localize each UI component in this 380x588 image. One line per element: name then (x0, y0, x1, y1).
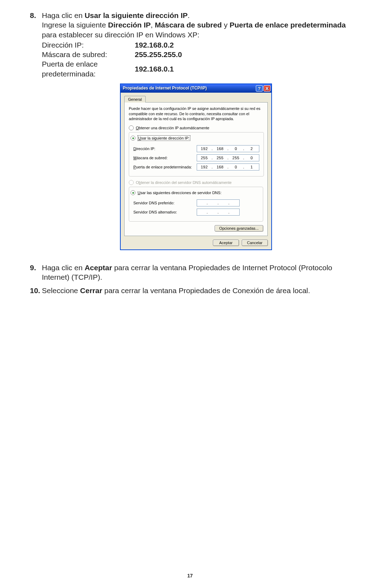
text: Haga clic en (42, 264, 84, 272)
use-ip-group: Usar la siguiente dirección IP: Direcció… (129, 132, 264, 177)
octet: 168 (213, 165, 227, 169)
text: btener una dirección IP automáticamente (139, 126, 209, 130)
radio-label: Obtener una dirección IP automáticamente (136, 125, 209, 130)
octet: 2 (245, 146, 259, 151)
text: vanzadas... (239, 226, 259, 230)
dns-preferred-input[interactable]: ... (197, 199, 240, 206)
text: . (188, 11, 190, 19)
tab-general[interactable]: General (124, 96, 146, 103)
radio-icon (129, 125, 134, 130)
dialog-description: Puede hacer que la configuración IP se a… (129, 106, 263, 121)
ip-value: 192.168.0.2 (135, 40, 182, 50)
subnet-mask-input[interactable]: 255.255.255.0 (197, 154, 259, 161)
octet: 192 (197, 165, 211, 169)
ip-settings-table: Dirección IP:192.168.0.2 Máscara de subr… (42, 40, 182, 79)
text: Haga clic en (42, 11, 84, 19)
ip-label: Dirección IP: (42, 40, 135, 50)
text: áscara de subred: (137, 156, 167, 160)
text-bold: Dirección IP (108, 21, 151, 29)
mnemonic: D (133, 147, 136, 151)
close-button[interactable]: X (264, 85, 271, 92)
dns-alt-row: Servidor DNS alternativo: ... (133, 209, 259, 216)
text-bold: Puerta de enlace predeterminada (229, 21, 346, 29)
mnemonic: U (138, 191, 140, 195)
text-bold: Cerrar (80, 286, 102, 295)
field-label: Servidor DNS preferido: (133, 200, 197, 205)
advanced-options-button[interactable]: Opciones avanzadas... (215, 225, 263, 231)
dns-alt-input[interactable]: ... (197, 209, 240, 216)
text-bold: Máscara de subred (155, 21, 222, 29)
table-row: Máscara de subred:255.255.255.0 (42, 50, 182, 59)
default-gateway-input[interactable]: 192.168.0.1 (197, 163, 259, 171)
default-gateway-row: Puerta de enlace predeterminada: 192.168… (133, 163, 259, 171)
text: para establecer su dirección IP en Windo… (42, 31, 200, 39)
dialog-title: Propiedades de Internet Protocol (TCP/IP… (123, 86, 207, 91)
use-dns-group: Usar las siguientes direcciones de servi… (129, 187, 263, 222)
help-button[interactable]: ? (256, 85, 263, 92)
text-bold: Aceptar (84, 264, 112, 272)
ip-address-row: Dirección IP: 192.168.0.2 (133, 145, 259, 152)
radio-obtain-dns-auto: Obtener la dirección del servidor DNS au… (129, 180, 263, 185)
text: sar las siguientes direcciones de servid… (140, 191, 222, 195)
text-bold: Usar la siguiente dirección IP (84, 11, 188, 19)
text: tener la dirección del servidor DNS auto… (141, 180, 232, 185)
ip-value: 192.168.0.1 (135, 59, 182, 79)
octet: 255 (197, 155, 211, 160)
cancel-button[interactable]: Cancelar (242, 240, 268, 246)
ok-button[interactable]: Aceptar (213, 240, 239, 246)
text: irección IP: (136, 147, 155, 151)
page-number: 17 (0, 572, 380, 579)
radio-use-following-dns[interactable]: Usar las siguientes direcciones de servi… (131, 190, 223, 195)
subnet-mask-row: Máscara de subred: 255.255.255.0 (133, 154, 259, 161)
table-row: Puerta de enlace predeterminada:192.168.… (42, 59, 182, 79)
text: Seleccione (42, 286, 80, 295)
text: sar la siguiente dirección IP: (141, 136, 190, 140)
step-number-8: 8. (30, 11, 42, 259)
text: uerta de enlace predeterminada: (136, 165, 192, 169)
octet: 192 (197, 146, 211, 151)
dialog-titlebar[interactable]: Propiedades de Internet Protocol (TCP/IP… (121, 84, 271, 93)
octet: 1 (245, 165, 259, 169)
step10-text: Seleccione Cerrar para cerrar la ventana… (42, 286, 350, 295)
field-label: Puerta de enlace predeterminada: (133, 165, 197, 169)
radio-label: Usar las siguientes direcciones de servi… (138, 190, 221, 195)
text: Opciones (219, 226, 237, 230)
octet: 168 (213, 146, 227, 151)
radio-icon (131, 136, 135, 141)
mnemonic: M (133, 156, 137, 160)
ip-label: Máscara de subred: (42, 50, 135, 59)
octet: 0 (245, 155, 259, 160)
field-label: Máscara de subred: (133, 155, 197, 160)
radio-obtain-ip-auto[interactable]: Obtener una dirección IP automáticamente (129, 125, 263, 130)
octet: 255 (229, 155, 243, 160)
dns-preferred-row: Servidor DNS preferido: ... (133, 199, 259, 206)
radio-use-following-ip[interactable]: Usar la siguiente dirección IP: (131, 135, 192, 141)
ip-value: 255.255.255.0 (135, 50, 182, 59)
text: para cerrar la ventana Propiedades de Co… (102, 286, 310, 295)
text: O (136, 180, 139, 185)
octet: 0 (229, 146, 243, 151)
step9-text: Haga clic en Aceptar para cerrar la vent… (42, 263, 350, 282)
step8-title: Haga clic en Usar la siguiente dirección… (42, 11, 350, 20)
octet: 255 (213, 155, 227, 160)
text: Ingrese la siguiente (42, 21, 108, 29)
field-label: Dirección IP: (133, 146, 197, 151)
step-number-10: 10. (30, 286, 42, 295)
ip-label: Puerta de enlace predeterminada: (42, 59, 135, 79)
ip-address-input[interactable]: 192.168.0.2 (197, 145, 259, 152)
octet: 0 (229, 165, 243, 169)
radio-label: Obtener la dirección del servidor DNS au… (136, 180, 232, 185)
step8-paragraph: Ingrese la siguiente Dirección IP, Másca… (42, 20, 350, 39)
radio-icon (131, 190, 135, 195)
table-row: Dirección IP:192.168.0.2 (42, 40, 182, 50)
mnemonic: O (136, 126, 139, 130)
mnemonic: U (138, 136, 141, 140)
radio-label: Usar la siguiente dirección IP: (138, 135, 190, 141)
text: y (222, 21, 229, 29)
step-number-9: 9. (30, 263, 42, 282)
tcpip-properties-dialog: Propiedades de Internet Protocol (TCP/IP… (120, 83, 272, 250)
field-label: Servidor DNS alternativo: (133, 210, 197, 215)
radio-icon (129, 180, 134, 185)
text: , (151, 21, 155, 29)
